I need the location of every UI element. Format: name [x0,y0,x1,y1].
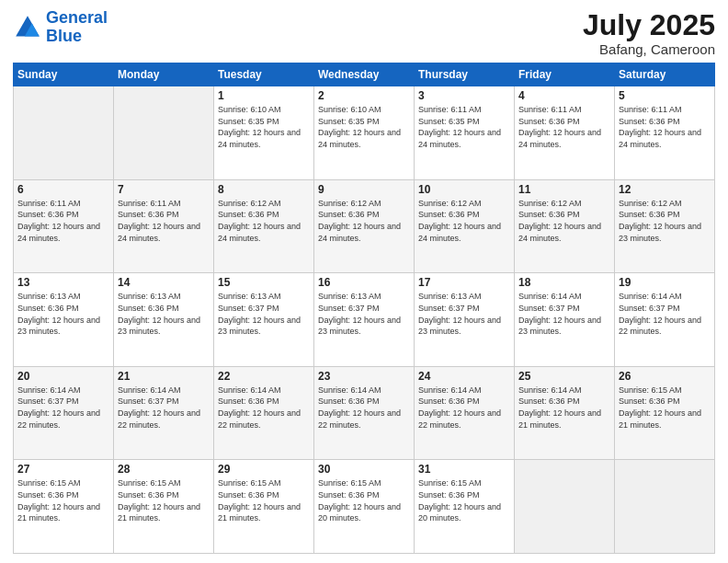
day-info: Sunrise: 6:12 AM Sunset: 6:36 PM Dayligh… [619,198,711,244]
day-number: 23 [318,370,410,383]
calendar-cell [515,460,615,554]
day-number: 2 [318,89,410,102]
calendar-cell: 17Sunrise: 6:13 AM Sunset: 6:37 PM Dayli… [415,273,515,367]
day-number: 4 [518,89,610,102]
day-number: 1 [218,89,310,102]
day-info: Sunrise: 6:13 AM Sunset: 6:37 PM Dayligh… [418,291,510,337]
day-header-friday: Friday [515,63,615,86]
day-info: Sunrise: 6:15 AM Sunset: 6:36 PM Dayligh… [418,477,510,523]
calendar-cell: 12Sunrise: 6:12 AM Sunset: 6:36 PM Dayli… [615,179,715,273]
day-info: Sunrise: 6:15 AM Sunset: 6:36 PM Dayligh… [619,385,711,431]
day-number: 13 [17,276,109,289]
day-header-wednesday: Wednesday [314,63,415,86]
title-block: July 2025 Bafang, Cameroon [583,9,715,57]
day-number: 7 [118,183,210,196]
day-number: 5 [619,89,711,102]
day-number: 10 [418,183,510,196]
day-info: Sunrise: 6:15 AM Sunset: 6:36 PM Dayligh… [318,477,410,523]
day-number: 15 [218,276,310,289]
calendar-cell: 1Sunrise: 6:10 AM Sunset: 6:35 PM Daylig… [214,86,314,180]
day-info: Sunrise: 6:12 AM Sunset: 6:36 PM Dayligh… [518,198,610,244]
calendar-cell: 23Sunrise: 6:14 AM Sunset: 6:36 PM Dayli… [314,366,415,460]
calendar-cell: 25Sunrise: 6:14 AM Sunset: 6:36 PM Dayli… [515,366,615,460]
week-row-1: 1Sunrise: 6:10 AM Sunset: 6:35 PM Daylig… [14,86,715,180]
day-number: 22 [218,370,310,383]
day-number: 19 [619,276,711,289]
day-info: Sunrise: 6:12 AM Sunset: 6:36 PM Dayligh… [218,198,310,244]
week-row-4: 20Sunrise: 6:14 AM Sunset: 6:37 PM Dayli… [14,366,715,460]
location-title: Bafang, Cameroon [583,41,715,57]
day-info: Sunrise: 6:14 AM Sunset: 6:37 PM Dayligh… [118,385,210,431]
day-info: Sunrise: 6:11 AM Sunset: 6:36 PM Dayligh… [118,198,210,244]
day-header-thursday: Thursday [415,63,515,86]
day-info: Sunrise: 6:14 AM Sunset: 6:36 PM Dayligh… [318,385,410,431]
logo: General Blue [13,9,108,46]
calendar-cell: 19Sunrise: 6:14 AM Sunset: 6:37 PM Dayli… [615,273,715,367]
day-number: 29 [218,463,310,476]
calendar-cell [114,86,214,180]
week-row-2: 6Sunrise: 6:11 AM Sunset: 6:36 PM Daylig… [14,179,715,273]
calendar-cell: 8Sunrise: 6:12 AM Sunset: 6:36 PM Daylig… [214,179,314,273]
day-number: 6 [17,183,109,196]
month-title: July 2025 [583,9,715,41]
day-info: Sunrise: 6:12 AM Sunset: 6:36 PM Dayligh… [418,198,510,244]
calendar-cell: 16Sunrise: 6:13 AM Sunset: 6:37 PM Dayli… [314,273,415,367]
day-info: Sunrise: 6:14 AM Sunset: 6:36 PM Dayligh… [418,385,510,431]
calendar-cell: 18Sunrise: 6:14 AM Sunset: 6:37 PM Dayli… [515,273,615,367]
day-info: Sunrise: 6:14 AM Sunset: 6:37 PM Dayligh… [619,291,711,337]
calendar-cell: 26Sunrise: 6:15 AM Sunset: 6:36 PM Dayli… [615,366,715,460]
day-header-saturday: Saturday [615,63,715,86]
day-number: 17 [418,276,510,289]
week-row-3: 13Sunrise: 6:13 AM Sunset: 6:36 PM Dayli… [14,273,715,367]
day-info: Sunrise: 6:14 AM Sunset: 6:37 PM Dayligh… [17,385,109,431]
week-row-5: 27Sunrise: 6:15 AM Sunset: 6:36 PM Dayli… [14,460,715,554]
day-info: Sunrise: 6:13 AM Sunset: 6:37 PM Dayligh… [318,291,410,337]
calendar-cell: 4Sunrise: 6:11 AM Sunset: 6:36 PM Daylig… [515,86,615,180]
calendar-cell: 2Sunrise: 6:10 AM Sunset: 6:35 PM Daylig… [314,86,415,180]
day-info: Sunrise: 6:14 AM Sunset: 6:37 PM Dayligh… [518,291,610,337]
calendar-cell: 20Sunrise: 6:14 AM Sunset: 6:37 PM Dayli… [14,366,114,460]
day-number: 30 [318,463,410,476]
day-number: 8 [218,183,310,196]
logo-text: General Blue [46,9,108,46]
day-header-sunday: Sunday [14,63,114,86]
calendar-cell: 5Sunrise: 6:11 AM Sunset: 6:36 PM Daylig… [615,86,715,180]
calendar-table: SundayMondayTuesdayWednesdayThursdayFrid… [13,63,715,554]
day-info: Sunrise: 6:14 AM Sunset: 6:36 PM Dayligh… [218,385,310,431]
calendar-cell: 13Sunrise: 6:13 AM Sunset: 6:36 PM Dayli… [14,273,114,367]
calendar-cell: 3Sunrise: 6:11 AM Sunset: 6:35 PM Daylig… [415,86,515,180]
day-info: Sunrise: 6:11 AM Sunset: 6:36 PM Dayligh… [17,198,109,244]
day-number: 25 [518,370,610,383]
page: General Blue July 2025 Bafang, Cameroon … [0,0,728,563]
calendar-cell: 9Sunrise: 6:12 AM Sunset: 6:36 PM Daylig… [314,179,415,273]
calendar-cell: 22Sunrise: 6:14 AM Sunset: 6:36 PM Dayli… [214,366,314,460]
calendar-cell [615,460,715,554]
day-info: Sunrise: 6:14 AM Sunset: 6:36 PM Dayligh… [518,385,610,431]
day-info: Sunrise: 6:11 AM Sunset: 6:35 PM Dayligh… [418,104,510,150]
day-number: 20 [17,370,109,383]
day-number: 12 [619,183,711,196]
day-number: 31 [418,463,510,476]
calendar-cell: 14Sunrise: 6:13 AM Sunset: 6:36 PM Dayli… [114,273,214,367]
calendar-cell: 30Sunrise: 6:15 AM Sunset: 6:36 PM Dayli… [314,460,415,554]
day-info: Sunrise: 6:11 AM Sunset: 6:36 PM Dayligh… [518,104,610,150]
header: General Blue July 2025 Bafang, Cameroon [13,9,715,57]
day-number: 16 [318,276,410,289]
day-info: Sunrise: 6:11 AM Sunset: 6:36 PM Dayligh… [619,104,711,150]
calendar-cell: 11Sunrise: 6:12 AM Sunset: 6:36 PM Dayli… [515,179,615,273]
day-number: 11 [518,183,610,196]
day-info: Sunrise: 6:15 AM Sunset: 6:36 PM Dayligh… [118,477,210,523]
calendar-header-row: SundayMondayTuesdayWednesdayThursdayFrid… [14,63,715,86]
calendar-cell: 27Sunrise: 6:15 AM Sunset: 6:36 PM Dayli… [14,460,114,554]
day-number: 18 [518,276,610,289]
day-info: Sunrise: 6:12 AM Sunset: 6:36 PM Dayligh… [318,198,410,244]
day-number: 14 [118,276,210,289]
calendar-cell: 6Sunrise: 6:11 AM Sunset: 6:36 PM Daylig… [14,179,114,273]
day-number: 26 [619,370,711,383]
day-info: Sunrise: 6:15 AM Sunset: 6:36 PM Dayligh… [218,477,310,523]
day-number: 24 [418,370,510,383]
calendar-cell: 29Sunrise: 6:15 AM Sunset: 6:36 PM Dayli… [214,460,314,554]
calendar-cell: 21Sunrise: 6:14 AM Sunset: 6:37 PM Dayli… [114,366,214,460]
day-number: 21 [118,370,210,383]
calendar-cell: 24Sunrise: 6:14 AM Sunset: 6:36 PM Dayli… [415,366,515,460]
